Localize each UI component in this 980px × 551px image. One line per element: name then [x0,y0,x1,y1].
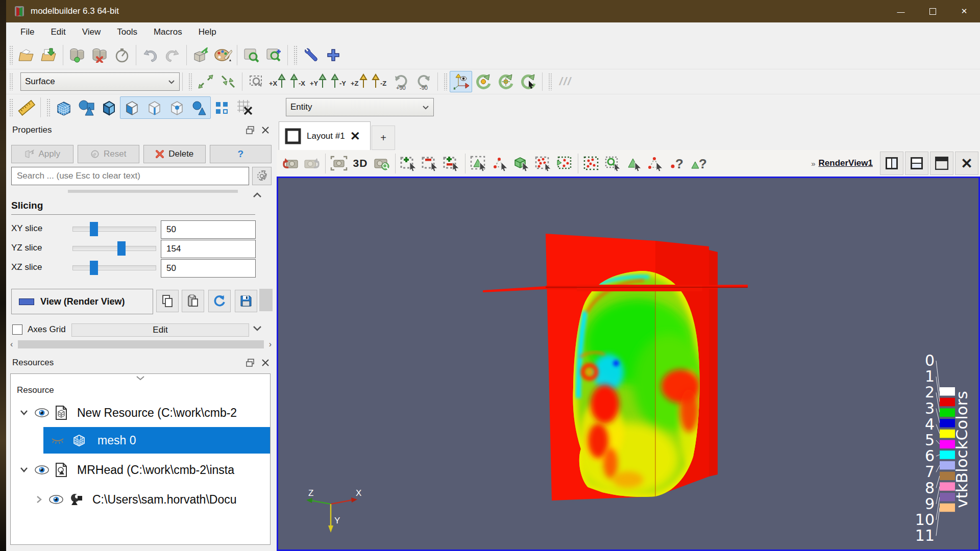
timer-button[interactable] [111,44,133,66]
camera-undo-button[interactable] [280,152,301,174]
select-cells-polygon-button[interactable] [468,152,489,174]
visibility-eye-icon[interactable] [34,408,50,418]
search-options-button[interactable] [252,167,272,185]
xy-slice-slider[interactable] [72,227,156,232]
expander-right-icon[interactable] [35,494,42,505]
panel-scroll-indicator[interactable] [68,190,238,193]
xz-slice-value[interactable]: 50 [161,259,256,278]
close-view-button[interactable]: ✕ [955,152,978,175]
scroll-left-icon[interactable]: ‹ [10,340,13,349]
view-plus-x-button[interactable]: +X [267,71,288,92]
tree-collapse-icon[interactable] [135,375,146,381]
select-faces-mode[interactable] [120,97,143,118]
panel-vscroll-thumb[interactable] [259,289,273,311]
select-edges-mode[interactable] [143,97,165,118]
load-state-button[interactable] [189,44,212,66]
paste-view-button[interactable] [182,290,204,312]
query-cell-button[interactable]: ? [688,152,709,174]
split-vertical-button[interactable] [905,152,928,175]
tree-row-mrhead[interactable]: MRHead (C:\work\cmb-2\insta [11,458,270,482]
query-point-button[interactable]: ? [667,152,688,174]
axes-grid-edit-button[interactable]: Edit [71,323,249,337]
select-vertices-mode[interactable] [165,97,188,118]
entity-combobox[interactable]: Entity [286,98,434,116]
rotate-camera-cursor-button[interactable] [517,71,540,92]
yz-slice-value[interactable]: 154 [161,240,256,258]
measure-ruler-button[interactable] [15,97,38,118]
undo-button[interactable] [139,44,161,66]
minimize-button[interactable]: — [885,0,917,22]
select-cells-toggle-button[interactable] [441,152,462,174]
select-blocks-mode[interactable] [188,97,210,118]
representation-combobox[interactable]: Surface [20,72,180,91]
tree-row-mesh0[interactable]: mesh 0 [11,427,270,454]
center-axes-visibility-toggle[interactable] [450,71,472,92]
visibility-eye-closed-icon[interactable] [51,436,65,444]
menu-file[interactable]: File [12,22,42,41]
voxel-grid-button[interactable] [53,97,75,118]
select-frustum-points-button[interactable] [554,152,575,174]
search-input[interactable] [11,167,249,185]
visibility-eye-icon[interactable] [48,494,64,505]
delete-button[interactable]: Delete [143,145,206,163]
block-colors-legend[interactable]: vtkBlockColors 01234567891011 [915,352,971,544]
zoom-to-selection-button[interactable] [262,44,285,66]
view-plus-y-button[interactable]: +Y [308,71,329,92]
menu-macros[interactable]: Macros [145,22,190,41]
copy-view-button[interactable] [156,290,179,312]
interactive-select-points-button[interactable] [581,152,602,174]
xz-slice-handle[interactable] [90,261,98,275]
solid-cube-button[interactable] [97,97,120,118]
tree-row-new-resource[interactable]: New Resource (C:\work\cmb-2 [11,400,270,425]
scroll-right-icon[interactable]: › [269,340,272,349]
expander-down-icon[interactable] [19,409,29,416]
float-panel-icon[interactable] [246,126,254,134]
rotate-90-cw-button[interactable]: +90 [390,71,412,92]
save-data-button[interactable] [38,44,60,66]
disconnect-server-button[interactable] [88,44,111,66]
menu-view[interactable]: View [74,22,109,41]
geometry-blocks-button[interactable] [75,97,97,118]
panel-hscroll-thumb[interactable] [18,340,263,348]
select-points-pairs-button[interactable] [211,97,233,118]
connect-server-button[interactable] [66,44,88,66]
axes-grid-checkbox[interactable] [12,324,22,335]
close-panel-icon[interactable] [261,359,270,367]
float-panel-icon[interactable] [246,359,254,367]
add-source-button[interactable] [322,44,345,66]
save-view-defaults-button[interactable] [235,290,257,312]
view-minus-y-button[interactable]: -Y [329,71,349,92]
new-layout-tab-button[interactable]: + [372,126,395,150]
select-frustum-cells-button[interactable] [532,152,554,174]
reset-camera-button[interactable] [194,71,217,92]
toggle-2d-3d-button[interactable]: 3D [350,152,371,174]
rotate-90-ccw-button[interactable]: -90 [412,71,435,92]
layout-tab[interactable]: Layout #1 ✕ [279,121,371,150]
color-palette-button[interactable] [212,44,234,66]
split-horizontal-button[interactable] [880,152,903,175]
menu-edit[interactable]: Edit [42,22,74,41]
select-block-button[interactable] [511,152,532,174]
view-render-view-group[interactable]: View (Render View) [11,289,153,314]
view-minus-z-button[interactable]: -Z [370,71,390,92]
scroll-down-icon[interactable] [252,325,262,332]
open-file-button[interactable] [15,44,38,66]
hover-cells-button[interactable] [624,152,645,174]
yz-slice-handle[interactable] [117,241,126,256]
tree-row-users-path[interactable]: C:\Users\sam.horvath\Docu [11,487,270,512]
reset-view-defaults-button[interactable] [208,290,231,312]
reset-button[interactable]: Reset [78,145,140,163]
select-cells-subtract-button[interactable] [420,152,441,174]
renderview-title[interactable]: RenderView1 [819,158,873,168]
tools-wrench-button[interactable] [300,44,322,66]
render-viewport[interactable]: Z X Y vtkBlockColors 01234567891011 [277,177,980,551]
zoom-to-box-button[interactable] [245,71,267,92]
close-panel-icon[interactable] [261,126,270,134]
save-screenshot-button[interactable] [328,152,350,174]
mesh-select-button[interactable] [233,97,256,118]
help-button[interactable]: ? [210,145,272,163]
interactive-select-cells-button[interactable] [602,152,624,174]
zoom-closest-button[interactable] [217,71,239,92]
find-data-button[interactable] [240,44,262,66]
maximize-button[interactable] [917,0,948,22]
